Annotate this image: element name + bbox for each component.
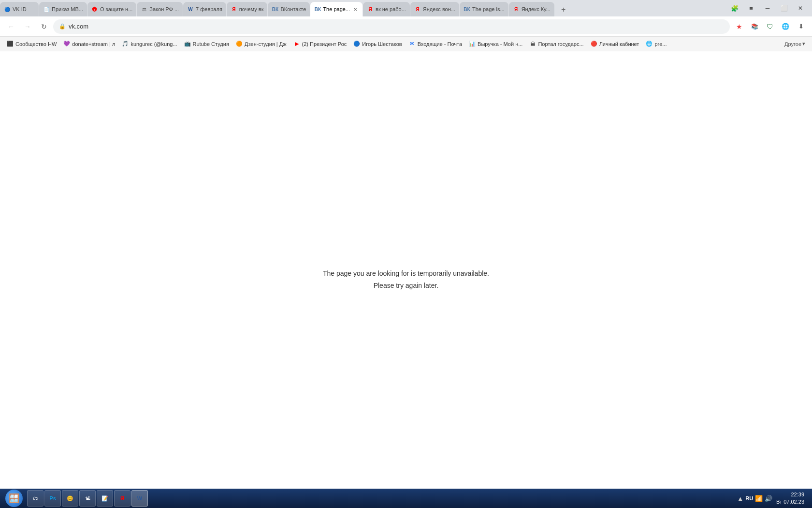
tab-yandex-von[interactable]: Я Яндекс вон...	[410, 2, 459, 16]
bookmark-favicon-6: ▶	[293, 41, 300, 47]
bookmarks-more-label: Другое	[784, 41, 801, 47]
back-button[interactable]: ←	[4, 19, 18, 34]
bookmark-rutube[interactable]: 📺 Rutube Студия	[181, 39, 232, 49]
tab-label-3: О защите н...	[100, 6, 132, 12]
emoji-icon: 😊	[66, 494, 74, 502]
bookmark-label-8: Входящие - Почта	[418, 41, 462, 47]
video-icon: 📽	[84, 494, 91, 502]
tab-favicon-9: Я	[367, 6, 374, 13]
bookmark-lichniy[interactable]: 🔴 Личный кабинет	[588, 39, 642, 49]
bookmark-pre[interactable]: 🌐 pre...	[643, 39, 669, 49]
new-tab-button[interactable]: +	[557, 3, 570, 16]
address-bar[interactable]: 🔒 vk.com	[53, 19, 730, 34]
tab-the-page-active[interactable]: ВК The page... ✕	[310, 2, 362, 16]
downloads-button[interactable]: ⬇	[794, 19, 808, 34]
tab-7fevralya[interactable]: W 7 февраля	[183, 2, 226, 16]
bookmark-label-2: donate+stream | л	[72, 41, 115, 47]
taskbar-notes[interactable]: 📝	[97, 490, 113, 507]
yandex-browser-icon: Я	[118, 494, 126, 502]
bookmark-label-6: (2) Президент Рос	[302, 41, 347, 47]
taskbar-photoshop[interactable]: Ps	[44, 490, 61, 507]
bookmark-favicon-10: 🏛	[529, 41, 536, 47]
tray-time: 22:39	[776, 491, 804, 498]
taskbar-emoji[interactable]: 😊	[62, 490, 78, 507]
photoshop-icon: Ps	[49, 494, 57, 502]
close-button[interactable]: ✕	[793, 2, 808, 15]
tab-vkontakte[interactable]: ВК ВКонтакте	[268, 2, 310, 16]
tab-close-8[interactable]: ✕	[352, 6, 359, 13]
tab-ozashite[interactable]: 🅨 О защите н...	[87, 2, 136, 16]
bookmark-favicon-9: 📊	[469, 41, 476, 47]
taskbar-video[interactable]: 📽	[79, 490, 96, 507]
page-content: The page you are looking for is temporar…	[0, 51, 812, 508]
title-bar: 🔵 VK ID 📄 Приказ МВ... 🅨 О защите н... ⚖…	[0, 0, 812, 16]
tab-favicon-6: Я	[231, 6, 237, 13]
tab-favicon-3: 🅨	[91, 6, 98, 13]
extensions-icon[interactable]: 🧩	[727, 2, 742, 15]
bookmark-label-4: Rutube Студия	[193, 41, 229, 47]
bookmark-kungurec[interactable]: 🎵 kungurec (@kung...	[119, 39, 180, 49]
tab-favicon-11: ВК	[464, 6, 470, 13]
tab-vk-id[interactable]: 🔵 VK ID	[0, 2, 39, 16]
notes-icon: 📝	[101, 494, 109, 502]
tab-label-5: 7 февраля	[196, 6, 222, 12]
star-button[interactable]: ★	[732, 19, 746, 34]
tab-favicon-7: ВК	[272, 6, 278, 13]
tab-yandex-ku[interactable]: Я Яндекс Ку...	[509, 2, 554, 16]
lock-icon: 🔒	[59, 23, 66, 30]
hamburger-menu[interactable]: ≡	[743, 2, 759, 15]
bookmark-donate[interactable]: 💜 donate+stream | л	[60, 39, 118, 49]
start-orb-icon: 🪟	[5, 490, 23, 507]
tab-label-9: вк не рабо...	[376, 6, 406, 12]
taskbar-explorer[interactable]: 🗂	[27, 490, 44, 507]
tab-favicon-12: Я	[513, 6, 520, 13]
bookmark-favicon-7: 🔵	[353, 41, 360, 47]
tab-prikaz[interactable]: 📄 Приказ МВ...	[39, 2, 87, 16]
collection-button[interactable]: 📚	[747, 19, 762, 34]
tray-signal-icon: 📶	[755, 495, 763, 502]
bookmark-favicon-11: 🔴	[591, 41, 597, 47]
tray-date: Вт 07.02.23	[776, 498, 804, 506]
taskbar-word[interactable]: W	[131, 490, 148, 507]
tab-label-4: Закон РФ ...	[149, 6, 179, 12]
taskbar-yandex[interactable]: Я	[114, 490, 130, 507]
tab-favicon-8: ВК	[314, 6, 321, 13]
start-button[interactable]: 🪟	[2, 490, 26, 507]
minimize-button[interactable]: ─	[760, 2, 775, 15]
bookmark-igor[interactable]: 🔵 Игорь Шестаков	[350, 39, 405, 49]
tab-vk-ne-rabo[interactable]: Я вк не рабо...	[363, 2, 410, 16]
shield-button[interactable]: 🛡	[763, 19, 777, 34]
taskbar-tray: ▲ RU 📶 🔊 22:39 Вт 07.02.23	[733, 490, 810, 507]
bookmark-favicon-12: 🌐	[646, 41, 652, 47]
tab-the-page-is[interactable]: ВК The page is...	[460, 2, 508, 16]
tab-label-10: Яндекс вон...	[423, 6, 455, 12]
bookmark-favicon-2: 💜	[63, 41, 70, 47]
error-line2: Please try again later.	[323, 280, 489, 292]
bookmarks-more-button[interactable]: Другое ▾	[782, 39, 808, 48]
bookmark-portal[interactable]: 🏛 Портал государс...	[526, 39, 586, 49]
bookmark-dzen[interactable]: 🟠 Дзен-студия | Дж	[233, 39, 290, 49]
profile-button[interactable]: 🌐	[778, 19, 793, 34]
bookmark-president[interactable]: ▶ (2) Президент Рос	[290, 39, 350, 49]
tab-label-11: The page is...	[472, 6, 505, 12]
error-line1: The page you are looking for is temporar…	[323, 268, 489, 280]
tab-label-1: VK ID	[13, 6, 35, 12]
bookmark-label-11: Личный кабинет	[599, 41, 639, 47]
bookmark-favicon-8: ✉	[409, 41, 416, 47]
tray-arrow-icon[interactable]: ▲	[737, 495, 743, 502]
bookmark-favicon-1: ⬛	[7, 41, 14, 47]
tab-zakon[interactable]: ⚖ Закон РФ ...	[137, 2, 183, 16]
window-controls: 🧩 ≡ ─ ⬜ ✕	[723, 0, 812, 16]
browser-window: 🔵 VK ID 📄 Приказ МВ... 🅨 О защите н... ⚖…	[0, 0, 812, 508]
tray-clock[interactable]: 22:39 Вт 07.02.23	[774, 491, 806, 506]
tab-pochemu-vk[interactable]: Я почему вк	[227, 2, 268, 16]
bookmark-vyruchka[interactable]: 📊 Выручка - Мой н...	[466, 39, 525, 49]
bookmark-vhodyashie[interactable]: ✉ Входящие - Почта	[406, 39, 465, 49]
restore-button[interactable]: ⬜	[776, 2, 792, 15]
tray-sound-icon[interactable]: 🔊	[765, 495, 772, 502]
forward-button[interactable]: →	[20, 19, 35, 34]
bookmark-soobshchestvo[interactable]: ⬛ Сообщество HW	[4, 39, 59, 49]
reload-button[interactable]: ↻	[37, 19, 51, 34]
error-message: The page you are looking for is temporar…	[323, 268, 489, 292]
tray-lang[interactable]: RU	[745, 495, 753, 501]
